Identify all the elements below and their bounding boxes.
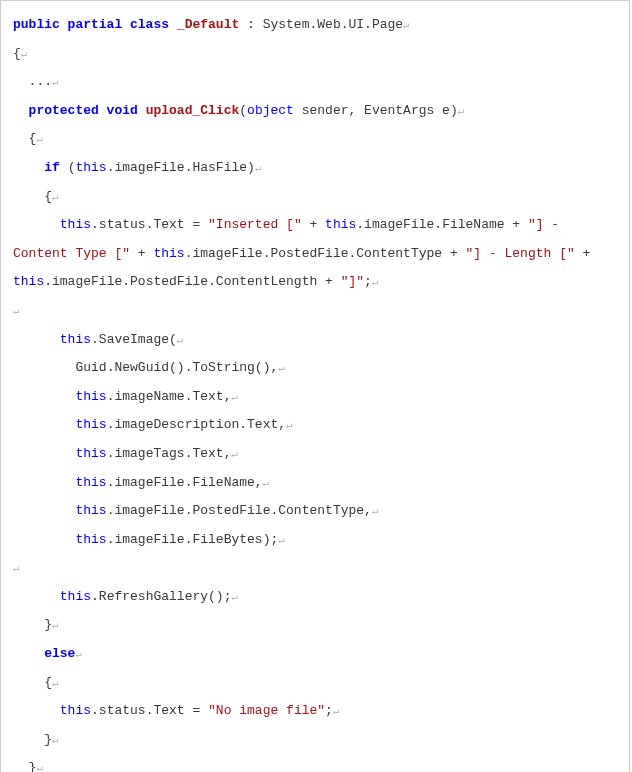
keyword: protected void bbox=[13, 103, 138, 118]
class-name: _Default bbox=[177, 17, 239, 32]
text: ; bbox=[325, 703, 333, 718]
code-line: this.RefreshGallery();↵ bbox=[13, 589, 238, 604]
keyword: public partial class bbox=[13, 17, 169, 32]
return-icon: ↵ bbox=[403, 19, 410, 31]
code-line: this.imageDescription.Text,↵ bbox=[13, 417, 293, 432]
return-icon: ↵ bbox=[278, 362, 285, 374]
keyword: this bbox=[13, 446, 107, 461]
keyword: this bbox=[13, 332, 91, 347]
keyword: this bbox=[13, 503, 107, 518]
keyword: this bbox=[13, 217, 91, 232]
return-icon: ↵ bbox=[333, 705, 340, 717]
text: .imageTags.Text, bbox=[107, 446, 232, 461]
code-line: {↵ bbox=[13, 131, 43, 146]
code-line: {↵ bbox=[13, 189, 59, 204]
text: .imageName.Text, bbox=[107, 389, 232, 404]
text: Guid.NewGuid().ToString(), bbox=[13, 360, 278, 375]
keyword: this bbox=[153, 246, 184, 261]
return-icon: ↵ bbox=[255, 162, 262, 174]
return-icon: ↵ bbox=[36, 133, 43, 145]
text: { bbox=[13, 131, 36, 146]
text: : System.Web.UI.Page bbox=[239, 17, 403, 32]
text: ... bbox=[13, 74, 52, 89]
keyword: this bbox=[13, 389, 107, 404]
text: .imageFile.FileName, bbox=[107, 475, 263, 490]
code-line: ↵ bbox=[13, 560, 20, 575]
text: ( bbox=[60, 160, 76, 175]
keyword: if bbox=[13, 160, 60, 175]
text: .SaveImage( bbox=[91, 332, 177, 347]
text: .imageFile.PostedFile.ContentType + bbox=[185, 246, 466, 261]
text: .imageFile.FileBytes); bbox=[107, 532, 279, 547]
code-line: ↵ bbox=[13, 303, 20, 318]
text: { bbox=[13, 189, 52, 204]
text: } bbox=[13, 760, 36, 772]
string: "] - Length [" bbox=[466, 246, 575, 261]
return-icon: ↵ bbox=[13, 562, 20, 574]
code-line: this.status.Text = "Inserted [" + this.i… bbox=[13, 217, 598, 289]
code-line: else↵ bbox=[13, 646, 82, 661]
keyword: this bbox=[13, 532, 107, 547]
text: } bbox=[13, 732, 52, 747]
return-icon: ↵ bbox=[52, 191, 59, 203]
return-icon: ↵ bbox=[231, 391, 238, 403]
return-icon: ↵ bbox=[36, 762, 43, 772]
code-line: this.status.Text = "No image file";↵ bbox=[13, 703, 340, 718]
return-icon: ↵ bbox=[177, 334, 184, 346]
string: "No image file" bbox=[208, 703, 325, 718]
text: + bbox=[130, 246, 153, 261]
text: .imageFile.FileName + bbox=[356, 217, 528, 232]
return-icon: ↵ bbox=[278, 534, 285, 546]
code-line: this.SaveImage(↵ bbox=[13, 332, 183, 347]
text: + bbox=[575, 246, 598, 261]
text: { bbox=[13, 675, 52, 690]
code-line: }↵ bbox=[13, 760, 43, 772]
code-line: {↵ bbox=[13, 675, 59, 690]
code-line: this.imageFile.FileName,↵ bbox=[13, 475, 269, 490]
text: { bbox=[13, 46, 21, 61]
keyword: this bbox=[13, 417, 107, 432]
keyword: this bbox=[13, 703, 91, 718]
return-icon: ↵ bbox=[52, 76, 59, 88]
code-line: }↵ bbox=[13, 732, 59, 747]
text: + bbox=[302, 217, 325, 232]
code-line: Guid.NewGuid().ToString(),↵ bbox=[13, 360, 285, 375]
text: .RefreshGallery(); bbox=[91, 589, 231, 604]
code-line: this.imageTags.Text,↵ bbox=[13, 446, 238, 461]
text: .imageFile.HasFile) bbox=[107, 160, 255, 175]
return-icon: ↵ bbox=[52, 734, 59, 746]
text: ; bbox=[364, 274, 372, 289]
code-line: this.imageFile.PostedFile.ContentType,↵ bbox=[13, 503, 379, 518]
code-line: this.imageName.Text,↵ bbox=[13, 389, 238, 404]
return-icon: ↵ bbox=[21, 48, 28, 60]
text: ( bbox=[239, 103, 247, 118]
return-icon: ↵ bbox=[458, 105, 465, 117]
return-icon: ↵ bbox=[52, 677, 59, 689]
keyword: this bbox=[13, 274, 44, 289]
keyword: else bbox=[13, 646, 75, 661]
text: .status.Text = bbox=[91, 703, 208, 718]
text: .imageFile.PostedFile.ContentType, bbox=[107, 503, 372, 518]
return-icon: ↵ bbox=[75, 648, 82, 660]
keyword: this bbox=[13, 589, 91, 604]
return-icon: ↵ bbox=[231, 448, 238, 460]
return-icon: ↵ bbox=[286, 419, 293, 431]
code-line: this.imageFile.FileBytes);↵ bbox=[13, 532, 285, 547]
return-icon: ↵ bbox=[372, 276, 379, 288]
keyword: this bbox=[325, 217, 356, 232]
keyword: object bbox=[247, 103, 294, 118]
method-name: upload_Click bbox=[146, 103, 240, 118]
return-icon: ↵ bbox=[231, 591, 238, 603]
code-block: public partial class _Default : System.W… bbox=[0, 0, 630, 772]
text: .imageDescription.Text, bbox=[107, 417, 286, 432]
code-line: ...↵ bbox=[13, 74, 59, 89]
code-line: protected void upload_Click(object sende… bbox=[13, 103, 464, 118]
string: "Inserted [" bbox=[208, 217, 302, 232]
keyword: this bbox=[75, 160, 106, 175]
code-line: {↵ bbox=[13, 46, 27, 61]
text: sender, EventArgs e) bbox=[294, 103, 458, 118]
return-icon: ↵ bbox=[372, 505, 379, 517]
code-line: if (this.imageFile.HasFile)↵ bbox=[13, 160, 262, 175]
code-line: public partial class _Default : System.W… bbox=[13, 17, 410, 32]
return-icon: ↵ bbox=[52, 619, 59, 631]
